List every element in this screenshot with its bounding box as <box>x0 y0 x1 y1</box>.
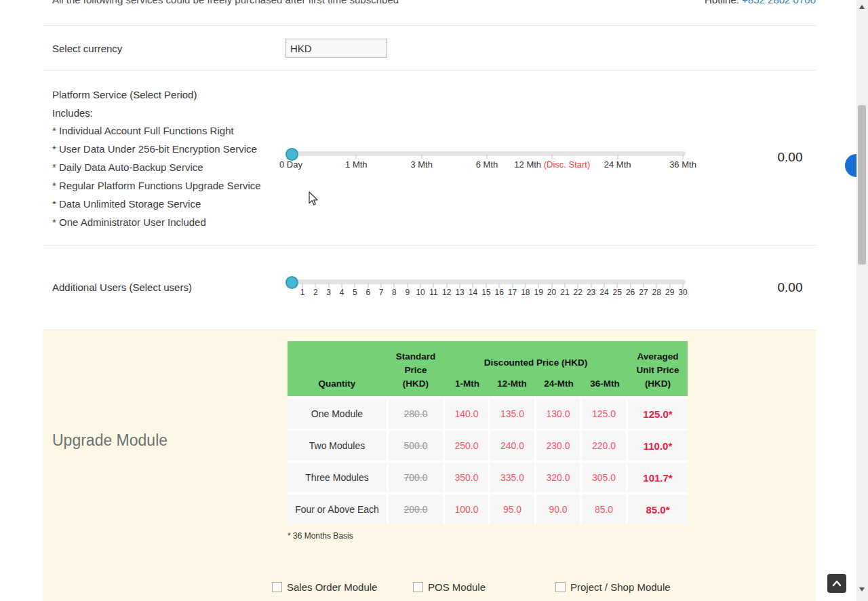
discount-price-cell: 140.0 <box>445 399 488 429</box>
quantity-cell: Two Modules <box>288 431 387 461</box>
users-tick-label: 8 <box>392 288 397 297</box>
module-checkbox-item[interactable]: Sales Order Module <box>272 581 377 593</box>
hotline-label: Hotline: <box>705 0 739 5</box>
col-averaged-unit-price: Averaged Unit Price (HKD) <box>636 350 679 391</box>
scroll-to-top-button[interactable] <box>827 574 846 593</box>
module-checkbox-item[interactable]: POS Module <box>413 581 486 593</box>
users-tick-label: 20 <box>547 288 556 297</box>
period-stop-text: 6 Mth <box>476 159 498 170</box>
users-tick-label: 13 <box>455 288 464 297</box>
period-slider-stops: 0 Day1 Mth3 Mth6 Mth12 Mth (Disc. Start)… <box>291 149 683 180</box>
period-stop-text: 1 Mth <box>345 159 368 170</box>
mouse-cursor <box>307 191 319 207</box>
users-tick-label: 7 <box>379 288 384 297</box>
period-slider[interactable]: 0 Day1 Mth3 Mth6 Mth12 Mth (Disc. Start)… <box>285 149 686 180</box>
chevron-up-icon <box>830 577 844 590</box>
additional-users-label: Additional Users (Select users) <box>52 282 192 293</box>
platform-feature: * Daily Data Auto-Backup Service <box>52 158 261 176</box>
platform-feature: * Individual Account Full Functions Righ… <box>52 121 261 140</box>
module-checkbox-label: Project / Shop Module <box>570 581 671 593</box>
module-checkbox-item[interactable]: Project / Shop Module <box>555 581 671 593</box>
period-slider-handle[interactable] <box>285 148 298 161</box>
platform-title: Platform Service (Select Period) <box>52 89 197 100</box>
averaged-price-cell: 110.0* <box>628 431 688 461</box>
averaged-price-cell: 125.0* <box>628 399 688 429</box>
pricing-table: Quantity Standard Price (HKD) Discounted… <box>288 341 688 524</box>
users-tick-label: 27 <box>639 288 648 297</box>
additional-users-amount: 0.00 <box>763 280 817 295</box>
users-tick-label: 9 <box>405 288 410 297</box>
period-stop-label: 6 Mth <box>476 159 498 170</box>
col-36mth: 36-Mth <box>590 379 620 389</box>
checkbox-icon[interactable] <box>272 582 282 592</box>
col-24mth: 24-Mth <box>544 379 574 389</box>
users-tick-label: 3 <box>326 288 331 297</box>
period-stop-text: 12 Mth <box>514 159 541 170</box>
hotline-number[interactable]: +852 2802 0700 <box>742 0 816 5</box>
checkbox-icon[interactable] <box>555 582 566 592</box>
col-quantity: Quantity <box>319 379 356 389</box>
scrollbar-thumb[interactable] <box>858 105 866 265</box>
users-tick-label: 28 <box>652 288 661 297</box>
quantity-cell: Three Modules <box>288 463 387 492</box>
disc-start-note: (Disc. Start) <box>544 159 591 170</box>
discount-price-cell: 250.0 <box>445 431 488 461</box>
hotline: Hotline: +852 2802 0700 <box>610 0 816 5</box>
discount-price-cell: 100.0 <box>445 495 488 524</box>
scrollbar[interactable] <box>856 0 868 601</box>
platform-feature-list: * Individual Account Full Functions Righ… <box>52 121 261 231</box>
discount-price-cell: 335.0 <box>490 463 534 492</box>
period-tick <box>421 155 422 159</box>
users-tick-label: 25 <box>613 288 622 297</box>
period-tick <box>487 155 488 159</box>
scrollbar-up-icon[interactable] <box>859 5 865 9</box>
discount-price-cell: 90.0 <box>536 495 580 524</box>
standard-price-cell: 280.0 <box>389 399 443 429</box>
platform-feature: * User Data Under 256-bit Encryption Ser… <box>52 140 261 158</box>
users-tick-label: 5 <box>353 288 357 297</box>
quantity-cell: Four or Above Each <box>288 495 387 524</box>
users-tick-label: 10 <box>416 288 425 297</box>
discount-price-cell: 305.0 <box>582 463 626 492</box>
discount-price-cell: 85.0 <box>582 495 626 524</box>
period-stop-label: 3 Mth <box>410 159 433 170</box>
col-standard-price: Standard Price (HKD) <box>396 350 436 391</box>
period-stop-label: 24 Mth <box>604 159 631 170</box>
discount-price-cell: 350.0 <box>445 463 488 492</box>
discount-price-cell: 135.0 <box>490 399 534 429</box>
period-stop-text: 0 Day <box>279 159 302 170</box>
platform-feature: * One Administrator User Included <box>52 213 261 231</box>
quantity-cell: One Module <box>288 399 387 429</box>
users-tick-label: 4 <box>340 288 344 297</box>
checkbox-icon[interactable] <box>413 582 423 592</box>
module-checkbox-label: POS Module <box>428 581 486 593</box>
discount-price-cell: 230.0 <box>536 431 580 461</box>
users-tick-label: 21 <box>560 288 569 297</box>
platform-feature: * Regular Platform Functions Upgrade Ser… <box>52 176 261 195</box>
users-tick-label: 22 <box>574 288 583 297</box>
users-tick-label: 16 <box>494 288 503 297</box>
divider <box>43 25 816 26</box>
period-stop-label: 12 Mth (Disc. Start) <box>514 159 590 170</box>
users-slider[interactable]: 1234567891011121314151617181920212223242… <box>285 277 686 309</box>
divider <box>43 245 816 246</box>
period-tick <box>356 155 357 159</box>
pricing-table-header: Quantity Standard Price (HKD) Discounted… <box>288 341 688 396</box>
scrollbar-down-icon[interactable] <box>859 587 865 592</box>
users-tick-label: 19 <box>534 288 543 297</box>
period-tick <box>617 155 618 159</box>
users-tick-label: 6 <box>366 288 370 297</box>
discount-price-cell: 220.0 <box>582 431 626 461</box>
users-slider-stops: 1234567891011121314151617181920212223242… <box>302 277 683 309</box>
period-stop-label: 1 Mth <box>345 159 368 170</box>
top-note: All the following services could be free… <box>52 0 399 5</box>
period-stop-text: 36 Mth <box>669 159 696 170</box>
users-tick-label: 14 <box>469 288 477 297</box>
users-tick-label: 1 <box>300 288 305 297</box>
platform-feature: * Data Unlimited Storage Service <box>52 195 261 213</box>
averaged-price-cell: 101.7* <box>628 463 688 492</box>
users-slider-handle[interactable] <box>285 276 298 289</box>
standard-price-cell: 500.0 <box>389 431 443 461</box>
currency-label: Select currency <box>52 43 122 54</box>
currency-input[interactable] <box>285 39 387 58</box>
